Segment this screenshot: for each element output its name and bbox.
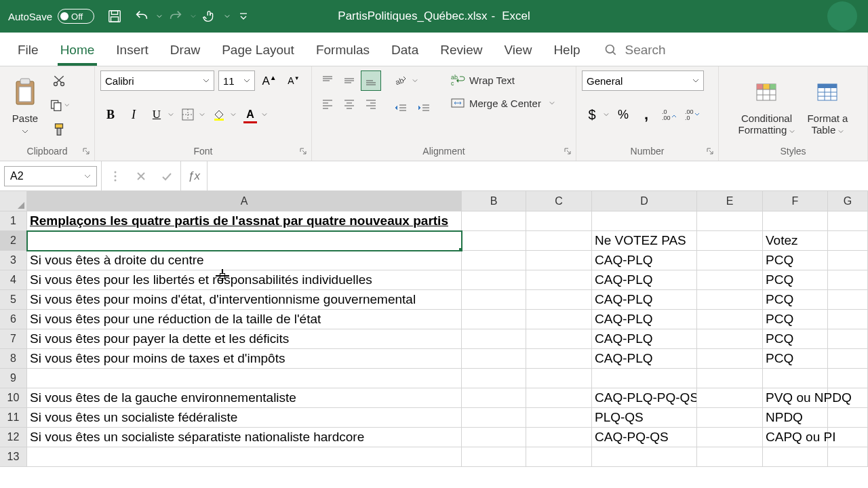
cell[interactable]: Si vous êtes pour moins de taxes et d'im… bbox=[27, 349, 462, 369]
fx-button[interactable]: ƒx bbox=[181, 161, 208, 190]
cancel-button[interactable] bbox=[132, 167, 151, 186]
cell[interactable]: Si vous êtes de la gauche environnementa… bbox=[27, 388, 462, 408]
col-header-d[interactable]: D bbox=[592, 191, 697, 211]
tab-data[interactable]: Data bbox=[380, 36, 429, 66]
number-format-combo[interactable]: General bbox=[582, 70, 704, 91]
cell[interactable] bbox=[526, 270, 592, 290]
format-painter-button[interactable] bbox=[49, 119, 69, 140]
decrease-font-button[interactable]: A▼ bbox=[283, 70, 304, 91]
cell[interactable] bbox=[697, 211, 763, 231]
cell[interactable] bbox=[27, 369, 462, 388]
cell[interactable] bbox=[462, 290, 526, 310]
cell[interactable] bbox=[828, 270, 868, 290]
cell[interactable] bbox=[526, 310, 592, 329]
row-header[interactable]: 7 bbox=[0, 329, 27, 349]
cell[interactable]: Si vous êtes à droite du centre bbox=[27, 251, 462, 270]
row-header[interactable]: 10 bbox=[0, 388, 27, 408]
font-size-combo[interactable]: 11 bbox=[218, 70, 255, 91]
cell[interactable]: CAPQ ou PI bbox=[763, 428, 828, 447]
tab-view[interactable]: View bbox=[494, 36, 543, 66]
cell[interactable] bbox=[462, 447, 526, 467]
undo-button[interactable] bbox=[128, 5, 162, 27]
merge-center-button[interactable]: Merge & Center bbox=[445, 95, 560, 111]
row-header[interactable]: 9 bbox=[0, 369, 27, 388]
enter-button[interactable] bbox=[157, 167, 176, 186]
clipboard-dialog-launcher[interactable] bbox=[82, 147, 92, 157]
row-header[interactable]: 6 bbox=[0, 310, 27, 329]
cell[interactable] bbox=[526, 251, 592, 270]
cell[interactable] bbox=[828, 428, 868, 447]
col-header-e[interactable]: E bbox=[697, 191, 763, 211]
font-color-button[interactable]: A bbox=[240, 104, 260, 125]
cell[interactable]: CAQ-PLQ bbox=[592, 251, 697, 270]
cell[interactable]: CAQ-PQ-QS bbox=[592, 428, 697, 447]
borders-button[interactable] bbox=[178, 104, 198, 125]
cell[interactable] bbox=[462, 270, 526, 290]
cell[interactable]: PCQ bbox=[763, 270, 828, 290]
copy-button[interactable] bbox=[49, 95, 69, 115]
cell[interactable]: CAQ-PLQ bbox=[592, 349, 697, 369]
cell[interactable] bbox=[697, 447, 763, 467]
cell[interactable] bbox=[526, 369, 592, 388]
cell[interactable] bbox=[462, 428, 526, 447]
cell[interactable]: Si vous êtes pour les libertés et respon… bbox=[27, 270, 462, 290]
col-header-b[interactable]: B bbox=[462, 191, 526, 211]
cell[interactable]: CAQ-PLQ bbox=[592, 270, 697, 290]
user-avatar[interactable] bbox=[827, 1, 857, 31]
cell[interactable] bbox=[697, 290, 763, 310]
font-dialog-launcher[interactable] bbox=[299, 147, 309, 157]
cell[interactable] bbox=[828, 329, 868, 349]
format-as-table-button[interactable]: Format aTable bbox=[803, 70, 852, 139]
cell[interactable]: Remplaçons les quatre partis de l'assnat… bbox=[27, 211, 462, 231]
cell[interactable] bbox=[462, 329, 526, 349]
cell[interactable]: Votez bbox=[763, 231, 828, 251]
cell[interactable] bbox=[526, 388, 592, 408]
row-header[interactable]: 12 bbox=[0, 428, 27, 447]
decrease-indent-button[interactable] bbox=[391, 98, 411, 119]
cell[interactable] bbox=[697, 428, 763, 447]
cell[interactable]: CAQ-PLQ bbox=[592, 310, 697, 329]
tab-formulas[interactable]: Formulas bbox=[305, 36, 380, 66]
align-top-button[interactable] bbox=[317, 70, 338, 91]
cell[interactable]: PVQ ou NPDQ bbox=[763, 388, 828, 408]
orientation-button[interactable]: ab bbox=[391, 70, 411, 91]
fill-color-caret[interactable] bbox=[231, 113, 237, 117]
cell[interactable] bbox=[462, 211, 526, 231]
cell[interactable] bbox=[526, 329, 592, 349]
cell[interactable] bbox=[828, 388, 868, 408]
formula-input[interactable] bbox=[208, 161, 868, 190]
row-header[interactable]: 1 bbox=[0, 211, 27, 231]
cell[interactable] bbox=[697, 310, 763, 329]
cell[interactable]: CAQ-PLQ bbox=[592, 290, 697, 310]
toggle-switch[interactable]: Off bbox=[58, 9, 94, 24]
tab-file[interactable]: File bbox=[7, 36, 50, 66]
spreadsheet-grid[interactable]: A B C D E F G 1Remplaçons les quatre par… bbox=[0, 191, 868, 467]
undo-caret[interactable] bbox=[157, 14, 162, 19]
cell[interactable] bbox=[462, 388, 526, 408]
cell[interactable] bbox=[462, 251, 526, 270]
col-header-f[interactable]: F bbox=[763, 191, 828, 211]
redo-button[interactable] bbox=[162, 5, 196, 27]
comma-format-button[interactable]: , bbox=[636, 104, 656, 125]
cell[interactable] bbox=[763, 211, 828, 231]
row-header[interactable]: 2 bbox=[0, 231, 27, 251]
row-header[interactable]: 8 bbox=[0, 349, 27, 369]
cell[interactable] bbox=[526, 428, 592, 447]
col-header-c[interactable]: C bbox=[526, 191, 592, 211]
cell[interactable]: CAQ-PLQ-PQ-QS bbox=[592, 388, 697, 408]
cell[interactable] bbox=[462, 310, 526, 329]
cell[interactable]: Si vous êtes pour payer la dette et les … bbox=[27, 329, 462, 349]
font-color-caret[interactable] bbox=[262, 113, 269, 117]
cell[interactable]: Ne VOTEZ PAS bbox=[592, 231, 697, 251]
cell[interactable]: PLQ-QS bbox=[592, 408, 697, 428]
cell[interactable] bbox=[697, 408, 763, 428]
cell[interactable] bbox=[526, 349, 592, 369]
align-bottom-button[interactable] bbox=[361, 70, 381, 91]
row-header[interactable]: 3 bbox=[0, 251, 27, 270]
cell[interactable] bbox=[828, 211, 868, 231]
tab-help[interactable]: Help bbox=[542, 36, 591, 66]
tab-page-layout[interactable]: Page Layout bbox=[211, 36, 305, 66]
cell[interactable]: PCQ bbox=[763, 251, 828, 270]
cell[interactable] bbox=[828, 251, 868, 270]
row-header[interactable]: 13 bbox=[0, 447, 27, 467]
